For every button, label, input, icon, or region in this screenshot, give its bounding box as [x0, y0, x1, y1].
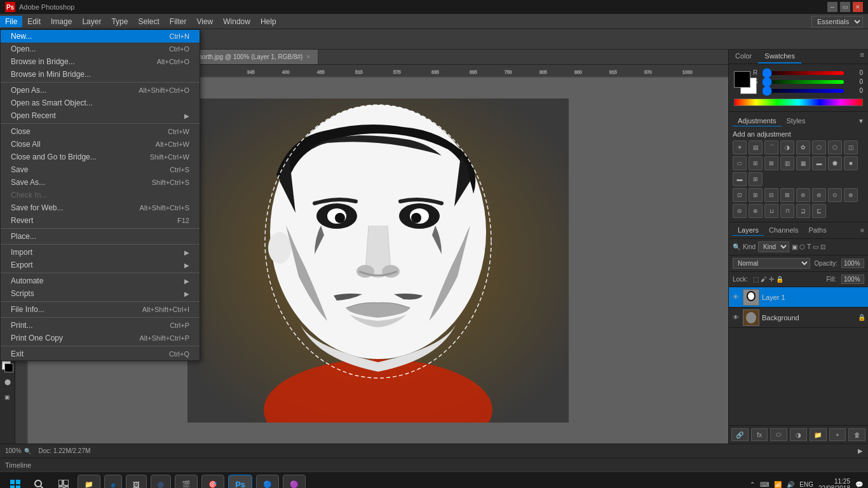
- workspace-select[interactable]: Essentials: [811, 16, 863, 27]
- add-mask-button[interactable]: ⬭: [770, 428, 787, 441]
- new-layer-button[interactable]: +: [829, 428, 846, 441]
- menu-print[interactable]: Print... Ctrl+P: [1, 319, 200, 332]
- color-panel-menu[interactable]: ≡: [857, 50, 868, 64]
- layers-tab[interactable]: Layers: [733, 225, 764, 236]
- adj-icon-14[interactable]: ⊑: [812, 204, 826, 218]
- tab-close-button[interactable]: ×: [306, 53, 310, 60]
- menu-close[interactable]: Close Ctrl+W: [1, 125, 200, 138]
- adjustments-tab[interactable]: Adjustments: [733, 116, 782, 126]
- bw-icon[interactable]: ◫: [844, 140, 858, 154]
- start-button[interactable]: [5, 475, 25, 489]
- layer-row-layer1[interactable]: 👁 Layer 1: [729, 287, 868, 308]
- adjustment-filter-icon[interactable]: ⬡: [799, 243, 805, 250]
- notifications-icon[interactable]: 💬: [855, 481, 863, 488]
- menu-print-one-copy[interactable]: Print One Copy Alt+Shift+Ctrl+P: [1, 332, 200, 344]
- adj-icon-9[interactable]: ⊖: [733, 204, 747, 218]
- taskbar-video[interactable]: 🎬: [175, 475, 198, 489]
- adjustments-collapse[interactable]: ▼: [858, 118, 864, 125]
- brightness-contrast-icon[interactable]: ☀: [733, 140, 747, 154]
- task-view-button[interactable]: [53, 475, 74, 489]
- taskbar-app1[interactable]: 🎯: [201, 475, 224, 489]
- fg-bg-colors[interactable]: [734, 71, 749, 94]
- menu-revert[interactable]: Revert F12: [1, 214, 200, 227]
- taskbar-photoshop[interactable]: Ps: [228, 475, 252, 489]
- channel-mixer-icon[interactable]: ⊞: [749, 156, 763, 170]
- search-button[interactable]: [29, 475, 50, 489]
- menu-select[interactable]: Select: [133, 16, 164, 27]
- menu-open-recent[interactable]: Open Recent ▶: [1, 109, 200, 122]
- foreground-color-box[interactable]: [734, 71, 750, 88]
- menu-help[interactable]: Help: [255, 16, 281, 27]
- menu-close-go-bridge[interactable]: Close and Go to Bridge... Shift+Ctrl+W: [1, 151, 200, 163]
- adj-icon-13[interactable]: ⊒: [796, 204, 810, 218]
- menu-save-web[interactable]: Save for Web... Alt+Shift+Ctrl+S: [1, 201, 200, 214]
- shape-filter-icon[interactable]: ▭: [813, 243, 818, 250]
- solid-color-icon[interactable]: ■: [844, 156, 858, 170]
- menu-open[interactable]: Open... Ctrl+O: [1, 43, 200, 55]
- menu-filter[interactable]: Filter: [165, 16, 192, 27]
- menu-browse-mini-bridge[interactable]: Browse in Mini Bridge...: [1, 68, 200, 81]
- chevron-up-icon[interactable]: ⌃: [750, 481, 755, 488]
- menu-browse-bridge[interactable]: Browse in Bridge... Alt+Ctrl+O: [1, 55, 200, 68]
- levels-icon[interactable]: ▤: [749, 140, 763, 154]
- adj-icon-8[interactable]: ⊗: [844, 188, 858, 202]
- taskbar-edge[interactable]: e: [104, 475, 122, 489]
- adj-icon-1[interactable]: ⊡: [733, 188, 747, 202]
- taskbar-chrome[interactable]: ◎: [151, 475, 171, 489]
- channels-tab[interactable]: Channels: [764, 225, 803, 236]
- menu-automate[interactable]: Automate ▶: [1, 274, 200, 287]
- pattern-fill-icon[interactable]: ⊞: [749, 172, 763, 186]
- menu-place[interactable]: Place...: [1, 230, 200, 243]
- menu-file[interactable]: File: [0, 16, 22, 27]
- quick-mask-tool[interactable]: ⬤: [1, 375, 15, 389]
- lock-image-button[interactable]: 🖌: [761, 276, 767, 283]
- adj-icon-5[interactable]: ⊛: [796, 188, 810, 202]
- layer1-visibility-toggle[interactable]: 👁: [731, 293, 740, 302]
- taskbar-app2[interactable]: 🔵: [256, 475, 279, 489]
- r-slider[interactable]: [762, 71, 844, 75]
- selective-color-icon[interactable]: ⬟: [828, 156, 842, 170]
- menu-open-as[interactable]: Open As... Alt+Shift+Ctrl+O: [1, 84, 200, 97]
- menu-scripts[interactable]: Scripts ▶: [1, 287, 200, 300]
- color-balance-icon[interactable]: ⬡: [828, 140, 842, 154]
- menu-image[interactable]: Image: [46, 16, 77, 27]
- curves-icon[interactable]: ⌒: [764, 140, 778, 154]
- menu-edit[interactable]: Edit: [22, 16, 46, 27]
- close-button[interactable]: ✕: [853, 2, 863, 12]
- adj-icon-3[interactable]: ⊟: [764, 188, 778, 202]
- hsl-icon[interactable]: ⬡: [812, 140, 826, 154]
- adj-icon-4[interactable]: ⊠: [780, 188, 794, 202]
- restore-button[interactable]: ▭: [840, 2, 850, 12]
- taskbar-explorer[interactable]: 📁: [78, 475, 100, 489]
- link-layers-button[interactable]: 🔗: [731, 428, 749, 441]
- gradient-fill-icon[interactable]: ▬: [733, 172, 747, 186]
- opacity-input[interactable]: [841, 259, 864, 268]
- color-spectrum[interactable]: [734, 98, 863, 106]
- delete-layer-button[interactable]: 🗑: [848, 428, 865, 441]
- layers-panel-menu[interactable]: ≡: [860, 227, 864, 234]
- menu-window[interactable]: Window: [218, 16, 255, 27]
- lock-transparent-button[interactable]: ⬚: [753, 276, 759, 283]
- type-filter-icon[interactable]: T: [807, 243, 811, 250]
- photo-filter-icon[interactable]: ⬭: [733, 156, 747, 170]
- smart-filter-icon[interactable]: ⊡: [820, 243, 825, 250]
- titlebar-controls[interactable]: ─ ▭ ✕: [827, 2, 863, 12]
- gradient-map-icon[interactable]: ▬: [812, 156, 826, 170]
- new-group-button[interactable]: 📁: [810, 428, 827, 441]
- menu-close-all[interactable]: Close All Alt+Ctrl+W: [1, 138, 200, 151]
- paths-tab[interactable]: Paths: [804, 225, 832, 236]
- menu-layer[interactable]: Layer: [77, 16, 106, 27]
- adj-icon-10[interactable]: ⊕: [749, 204, 763, 218]
- background-visibility-toggle[interactable]: 👁: [731, 313, 740, 322]
- lock-all-button[interactable]: 🔒: [776, 276, 783, 283]
- styles-tab[interactable]: Styles: [782, 116, 811, 126]
- new-adjustment-layer-button[interactable]: ◑: [790, 428, 807, 441]
- menu-view[interactable]: View: [191, 16, 218, 27]
- minimize-button[interactable]: ─: [827, 2, 837, 12]
- lock-position-button[interactable]: ✛: [769, 276, 774, 283]
- adj-icon-7[interactable]: ⊙: [828, 188, 842, 202]
- menu-file-info[interactable]: File Info... Alt+Shift+Ctrl+I: [1, 303, 200, 316]
- menu-save-as[interactable]: Save As... Shift+Ctrl+S: [1, 176, 200, 189]
- menu-new[interactable]: New... Ctrl+N: [1, 30, 200, 43]
- menu-import[interactable]: Import ▶: [1, 246, 200, 259]
